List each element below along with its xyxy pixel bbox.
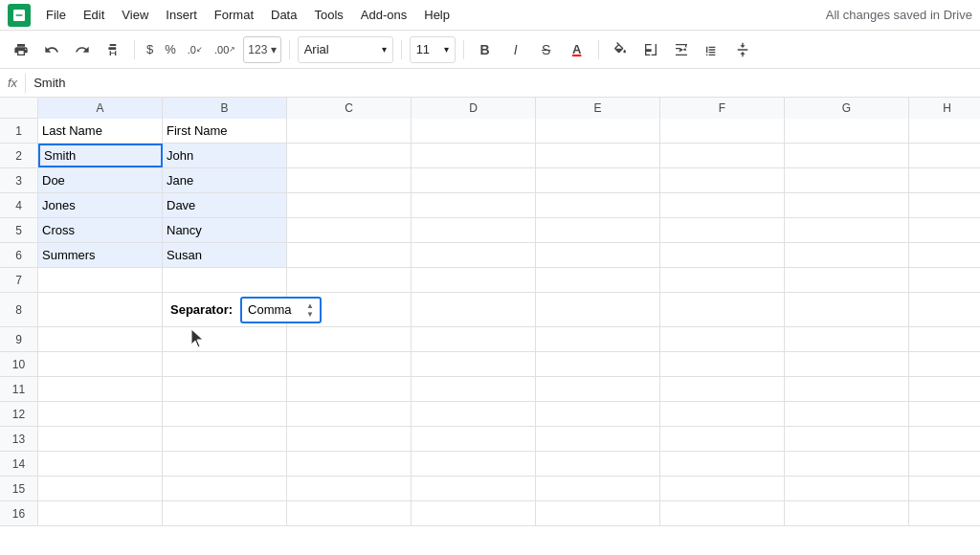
cell-h9[interactable] (909, 327, 980, 351)
cell-c2[interactable] (287, 144, 412, 167)
cell-e2[interactable] (536, 144, 660, 167)
cell-c9[interactable] (287, 327, 412, 351)
print-button[interactable] (8, 36, 34, 63)
cell-h1[interactable] (909, 119, 980, 143)
cell-d6[interactable] (412, 243, 536, 267)
cell-a9[interactable] (38, 327, 163, 351)
menu-edit[interactable]: Edit (76, 4, 112, 26)
currency-button[interactable]: $ (143, 36, 157, 63)
menu-tools[interactable]: Tools (306, 4, 350, 26)
cell-a8[interactable] (38, 293, 163, 326)
cell-d5[interactable] (412, 218, 536, 242)
cell-b5[interactable]: Nancy (163, 218, 287, 242)
strikethrough-button[interactable]: S (533, 36, 560, 63)
font-selector[interactable]: Arial ▾ (298, 36, 393, 63)
merge-button[interactable] (668, 36, 695, 63)
menu-file[interactable]: File (38, 4, 74, 26)
cell-d8[interactable] (412, 293, 536, 326)
menu-data[interactable]: Data (263, 4, 304, 26)
col-header-a[interactable]: A (38, 98, 163, 119)
cell-h4[interactable] (909, 193, 980, 217)
cell-b9[interactable] (163, 327, 287, 351)
borders-button[interactable] (637, 36, 664, 63)
cell-g9[interactable] (785, 327, 909, 351)
col-header-e[interactable]: E (536, 98, 660, 119)
cell-b2[interactable]: John (163, 144, 287, 167)
col-header-c[interactable]: C (287, 98, 412, 119)
menu-view[interactable]: View (114, 4, 156, 26)
cell-c6[interactable] (287, 243, 412, 267)
cell-d4[interactable] (412, 193, 536, 217)
cell-b3[interactable]: Jane (163, 168, 287, 192)
cell-c7[interactable] (287, 268, 412, 292)
cell-e3[interactable] (536, 168, 660, 192)
col-header-d[interactable]: D (412, 98, 536, 119)
cell-f5[interactable] (660, 218, 785, 242)
fill-color-button[interactable] (607, 36, 634, 63)
cell-g1[interactable] (785, 119, 909, 143)
cell-h2[interactable] (909, 144, 980, 167)
cell-g7[interactable] (785, 268, 909, 292)
font-size-selector[interactable]: 11 ▾ (410, 36, 456, 63)
cell-h3[interactable] (909, 168, 980, 192)
cell-h5[interactable] (909, 218, 980, 242)
cell-g2[interactable] (785, 144, 909, 167)
cell-d9[interactable] (412, 327, 536, 351)
redo-button[interactable] (69, 36, 96, 63)
menu-addons[interactable]: Add-ons (353, 4, 414, 26)
cell-c5[interactable] (287, 218, 412, 242)
col-header-g[interactable]: G (785, 98, 909, 119)
valign-button[interactable] (729, 36, 756, 63)
cell-a5[interactable]: Cross (38, 218, 163, 242)
cell-f9[interactable] (660, 327, 785, 351)
cell-e5[interactable] (536, 218, 660, 242)
cell-a2[interactable]: Smith (38, 144, 163, 167)
cell-a7[interactable] (38, 268, 163, 292)
cell-d7[interactable] (412, 268, 536, 292)
italic-button[interactable]: I (502, 36, 529, 63)
menu-format[interactable]: Format (207, 4, 261, 26)
cell-g8[interactable] (785, 293, 909, 326)
cell-b4[interactable]: Dave (163, 193, 287, 217)
col-header-b[interactable]: B (163, 98, 287, 119)
cell-d1[interactable] (412, 119, 536, 143)
decimal-less-button[interactable]: .0↙ (184, 36, 207, 63)
cell-a1[interactable]: Last Name (38, 119, 163, 143)
cell-g3[interactable] (785, 168, 909, 192)
cell-c4[interactable] (287, 193, 412, 217)
cell-a3[interactable]: Doe (38, 168, 163, 192)
cell-e4[interactable] (536, 193, 660, 217)
text-color-button[interactable]: A (564, 36, 590, 63)
cell-g6[interactable] (785, 243, 909, 267)
cell-e6[interactable] (536, 243, 660, 267)
menu-insert[interactable]: Insert (158, 4, 205, 26)
cell-b8[interactable]: Separator: Comma ▲ ▼ (163, 293, 287, 326)
halign-button[interactable] (699, 36, 725, 63)
cell-a6[interactable]: Summers (38, 243, 163, 267)
menu-help[interactable]: Help (416, 4, 457, 26)
undo-button[interactable] (38, 36, 65, 63)
cell-a4[interactable]: Jones (38, 193, 163, 217)
cell-e8[interactable] (536, 293, 660, 326)
cell-h7[interactable] (909, 268, 980, 292)
cell-c1[interactable] (287, 119, 412, 143)
paint-format-button[interactable] (100, 36, 126, 63)
bold-button[interactable]: B (472, 36, 499, 63)
cell-d2[interactable] (412, 144, 536, 167)
cell-g5[interactable] (785, 218, 909, 242)
number-format-button[interactable]: 123 ▾ (243, 36, 280, 63)
cell-e7[interactable] (536, 268, 660, 292)
cell-f8[interactable] (660, 293, 785, 326)
cell-h6[interactable] (909, 243, 980, 267)
cell-b7[interactable] (163, 268, 287, 292)
cell-b1[interactable]: First Name (163, 119, 287, 143)
cell-c3[interactable] (287, 168, 412, 192)
cell-f7[interactable] (660, 268, 785, 292)
decimal-more-button[interactable]: .00↗ (211, 36, 239, 63)
cell-c8[interactable] (287, 293, 412, 326)
col-header-f[interactable]: F (660, 98, 785, 119)
cell-e9[interactable] (536, 327, 660, 351)
cell-f3[interactable] (660, 168, 785, 192)
cell-f4[interactable] (660, 193, 785, 217)
cell-f6[interactable] (660, 243, 785, 267)
